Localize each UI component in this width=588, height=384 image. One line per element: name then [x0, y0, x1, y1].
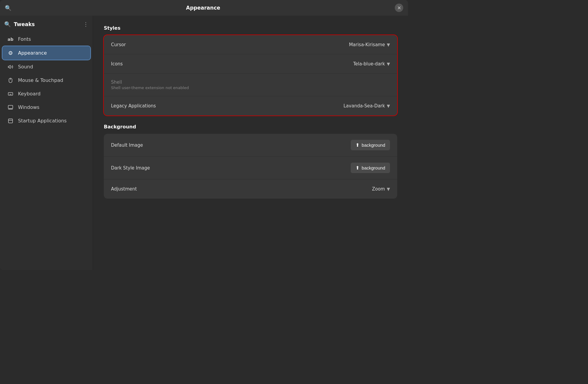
shell-label-wrap: Shell Shell user-theme extension not ena…: [111, 80, 390, 90]
sidebar: 🔍 Tweaks ⋮ ab Fonts ⚙ Appearance: [0, 16, 93, 270]
sidebar-item-keyboard[interactable]: Keyboard: [2, 87, 90, 100]
dark-style-image-button[interactable]: ⬆ background: [351, 163, 390, 173]
shell-sublabel: Shell user-theme extension not enabled: [111, 86, 390, 90]
sidebar-item-appearance[interactable]: ⚙ Appearance: [2, 46, 90, 60]
mouse-icon: [7, 78, 14, 83]
dark-style-image-button-label: background: [362, 165, 385, 170]
cursor-dropdown-arrow: ▼: [387, 42, 390, 47]
sidebar-nav: ab Fonts ⚙ Appearance Sound: [0, 32, 93, 128]
legacy-dropdown[interactable]: Lavanda-Sea-Dark ▼: [344, 103, 390, 109]
sidebar-item-label-appearance: Appearance: [18, 50, 47, 56]
keyboard-icon: [7, 91, 14, 97]
icons-label: Icons: [111, 61, 353, 67]
shell-label: Shell: [111, 80, 390, 85]
sidebar-item-fonts[interactable]: ab Fonts: [2, 33, 90, 46]
background-section-title: Background: [104, 124, 397, 130]
sidebar-item-label-sound: Sound: [18, 64, 33, 70]
sidebar-item-label-startup: Startup Applications: [18, 118, 67, 124]
sidebar-item-windows[interactable]: Windows: [2, 101, 90, 114]
dark-style-image-value: ⬆ background: [351, 163, 390, 173]
sidebar-item-startup[interactable]: Startup Applications: [2, 114, 90, 127]
fonts-icon: ab: [7, 37, 14, 42]
sidebar-item-label-mouse: Mouse & Touchpad: [18, 77, 63, 83]
svg-rect-6: [8, 119, 13, 123]
default-image-button[interactable]: ⬆ background: [351, 140, 390, 150]
sidebar-item-label-windows: Windows: [18, 104, 39, 110]
adjustment-selected-value: Zoom: [372, 186, 385, 192]
titlebar: 🔍 Appearance ✕: [0, 0, 408, 16]
shell-row: Shell Shell user-theme extension not ena…: [104, 74, 397, 96]
icons-selected-value: Tela-blue-dark: [353, 61, 385, 67]
adjustment-row: Adjustment Zoom ▼: [104, 179, 397, 199]
sidebar-item-mouse[interactable]: Mouse & Touchpad: [2, 74, 90, 87]
app-body: 🔍 Tweaks ⋮ ab Fonts ⚙ Appearance: [0, 16, 408, 270]
sidebar-search-icon[interactable]: 🔍: [4, 21, 11, 27]
legacy-row: Legacy Applications Lavanda-Sea-Dark ▼: [104, 96, 397, 116]
background-card-group: Default Image ⬆ background Dark Style Im…: [104, 134, 397, 199]
sidebar-item-label-keyboard: Keyboard: [18, 91, 40, 97]
sidebar-menu-icon[interactable]: ⋮: [83, 21, 88, 27]
cursor-selected-value: Marisa-Kirisame: [349, 42, 385, 47]
default-image-value: ⬆ background: [351, 140, 390, 150]
icons-dropdown[interactable]: Tela-blue-dark ▼: [353, 61, 390, 67]
styles-section-title: Styles: [104, 25, 397, 31]
svg-rect-4: [8, 105, 13, 109]
icons-row: Icons Tela-blue-dark ▼: [104, 54, 397, 74]
cursor-row: Cursor Marisa-Kirisame ▼: [104, 35, 397, 54]
default-image-label: Default Image: [111, 142, 351, 148]
dark-style-image-label: Dark Style Image: [111, 165, 351, 171]
svg-rect-3: [8, 92, 13, 95]
adjustment-label: Adjustment: [111, 186, 372, 192]
startup-icon: [7, 118, 14, 124]
upload-icon-1: ⬆: [356, 142, 359, 148]
adjustment-value[interactable]: Zoom ▼: [372, 186, 390, 192]
cursor-value[interactable]: Marisa-Kirisame ▼: [349, 42, 390, 47]
cursor-dropdown[interactable]: Marisa-Kirisame ▼: [349, 42, 390, 47]
default-image-button-label: background: [362, 142, 385, 148]
upload-icon-2: ⬆: [356, 165, 359, 171]
close-button[interactable]: ✕: [395, 4, 403, 12]
sidebar-app-title: Tweaks: [14, 21, 80, 27]
windows-icon: [7, 105, 14, 110]
adjustment-dropdown-arrow: ▼: [387, 187, 390, 191]
legacy-dropdown-arrow: ▼: [387, 104, 390, 108]
main-content: Styles Cursor Marisa-Kirisame ▼ Icons Te…: [93, 16, 408, 270]
window-title: Appearance: [11, 5, 395, 11]
legacy-label: Legacy Applications: [111, 103, 344, 109]
icons-dropdown-arrow: ▼: [387, 62, 390, 66]
icons-value[interactable]: Tela-blue-dark ▼: [353, 61, 390, 67]
sidebar-item-sound[interactable]: Sound: [2, 60, 90, 73]
styles-card-group: Cursor Marisa-Kirisame ▼ Icons Tela-blue…: [104, 35, 397, 116]
sidebar-item-label-fonts: Fonts: [18, 36, 31, 42]
cursor-label: Cursor: [111, 42, 349, 47]
sound-icon: [7, 64, 14, 70]
dark-style-image-row: Dark Style Image ⬆ background: [104, 157, 397, 179]
appearance-icon: ⚙: [7, 50, 14, 56]
default-image-row: Default Image ⬆ background: [104, 134, 397, 157]
legacy-selected-value: Lavanda-Sea-Dark: [344, 103, 385, 109]
sidebar-header: 🔍 Tweaks ⋮: [0, 19, 93, 32]
adjustment-dropdown[interactable]: Zoom ▼: [372, 186, 390, 192]
legacy-value[interactable]: Lavanda-Sea-Dark ▼: [344, 103, 390, 109]
svg-marker-0: [8, 65, 10, 68]
search-icon[interactable]: 🔍: [5, 5, 11, 11]
